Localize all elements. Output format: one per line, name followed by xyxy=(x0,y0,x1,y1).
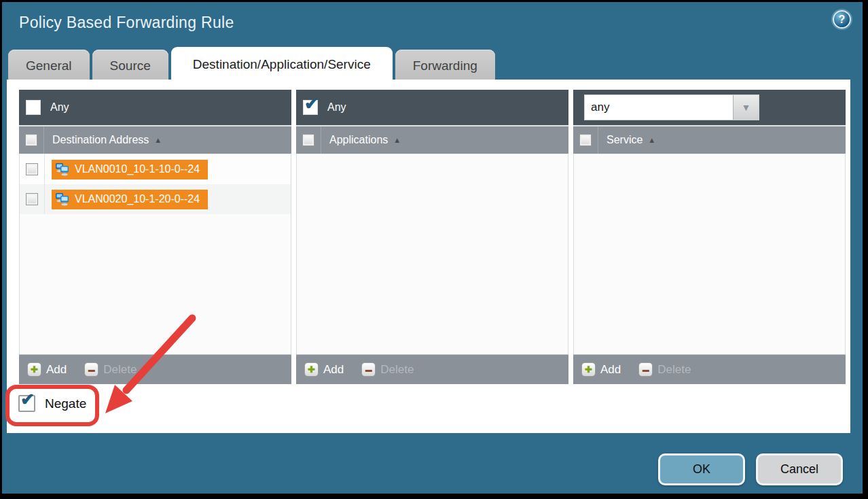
service-select-all-checkbox[interactable] xyxy=(579,134,592,146)
address-object-chip[interactable]: VLAN0020_10-1-20-0--24 xyxy=(52,190,208,209)
applications-any-bar: ✔ Any xyxy=(296,90,568,125)
policy-based-forwarding-dialog: Policy Based Forwarding Rule ? General S… xyxy=(2,2,863,494)
service-dropdown-button[interactable]: ▼ xyxy=(733,95,759,120)
applications-header-row: Applications ▲ xyxy=(296,125,568,154)
applications-column-header[interactable]: Applications ▲ xyxy=(329,134,401,146)
service-list xyxy=(573,154,846,354)
tab-destination-application-service[interactable]: Destination/Application/Service xyxy=(171,47,393,82)
destination-column-header[interactable]: Destination Address ▲ xyxy=(52,134,162,146)
service-dropdown-bar: any ▼ xyxy=(573,90,846,125)
table-row: VLAN0020_10-1-20-0--24 xyxy=(20,184,291,214)
network-icon xyxy=(55,162,70,176)
add-icon: ✚ xyxy=(27,362,41,377)
add-icon: ✚ xyxy=(304,362,319,377)
check-icon: ✔ xyxy=(304,95,319,112)
destination-header-row: Destination Address ▲ xyxy=(19,125,291,154)
service-header-label: Service xyxy=(607,134,643,146)
sort-asc-icon: ▲ xyxy=(154,136,162,144)
negate-checkbox[interactable]: ✔ xyxy=(18,395,35,412)
applications-footer: ✚ Add ▬ Delete xyxy=(296,354,568,384)
destination-column: ✔ Any Destination Address ▲ xyxy=(19,90,291,384)
service-add-button[interactable]: ✚ Add xyxy=(581,362,621,377)
destination-add-button[interactable]: ✚ Add xyxy=(27,362,67,377)
destination-any-checkbox[interactable]: ✔ xyxy=(26,100,41,115)
service-delete-button[interactable]: ▬ Delete xyxy=(638,362,691,377)
service-footer: ✚ Add ▬ Delete xyxy=(573,354,846,384)
add-button-label: Add xyxy=(46,363,67,377)
page-title: Policy Based Forwarding Rule xyxy=(19,14,234,32)
negate-row: ✔ Negate xyxy=(18,395,86,412)
tab-forwarding[interactable]: Forwarding xyxy=(395,50,495,82)
sort-asc-icon: ▲ xyxy=(648,136,655,144)
destination-any-label: Any xyxy=(50,101,69,114)
service-column-header[interactable]: Service ▲ xyxy=(607,134,655,146)
service-header-row: Service ▲ xyxy=(573,125,846,154)
destination-select-all-checkbox[interactable] xyxy=(25,134,37,146)
address-object-label: VLAN0020_10-1-20-0--24 xyxy=(75,193,200,205)
destination-header-label: Destination Address xyxy=(52,134,149,146)
delete-icon: ▬ xyxy=(638,362,653,377)
help-icon[interactable]: ? xyxy=(833,10,851,29)
applications-any-checkbox[interactable]: ✔ xyxy=(303,100,318,115)
network-icon xyxy=(55,192,70,206)
row-checkbox[interactable] xyxy=(26,163,38,175)
applications-list xyxy=(296,154,568,354)
delete-button-label: Delete xyxy=(657,363,691,377)
destination-list: VLAN0010_10-1-10-0--24 xyxy=(19,154,291,354)
service-dropdown-value[interactable]: any xyxy=(585,95,733,120)
tab-bar: General Source Destination/Application/S… xyxy=(8,47,495,82)
applications-delete-button[interactable]: ▬ Delete xyxy=(361,362,414,377)
add-button-label: Add xyxy=(600,363,621,377)
applications-add-button[interactable]: ✚ Add xyxy=(304,362,344,377)
add-icon: ✚ xyxy=(581,362,596,377)
cancel-button[interactable]: Cancel xyxy=(756,453,843,485)
chevron-down-icon: ▼ xyxy=(742,102,751,113)
applications-any-label: Any xyxy=(327,101,346,114)
ok-button[interactable]: OK xyxy=(658,453,745,485)
delete-button-label: Delete xyxy=(103,363,137,377)
applications-column: ✔ Any Applications ▲ ✚ Add xyxy=(296,90,568,384)
table-row: VLAN0010_10-1-10-0--24 xyxy=(20,154,291,184)
applications-select-all-checkbox[interactable] xyxy=(302,134,314,146)
destination-any-bar: ✔ Any xyxy=(19,90,291,125)
add-button-label: Add xyxy=(323,363,344,377)
delete-button-label: Delete xyxy=(380,363,414,377)
service-dropdown[interactable]: any ▼ xyxy=(584,94,759,120)
tab-content-panel: ✔ Any Destination Address ▲ xyxy=(7,80,850,433)
service-column: any ▼ Service ▲ ✚ xyxy=(573,90,846,384)
destination-footer: ✚ Add ▬ Delete xyxy=(19,354,291,384)
address-object-label: VLAN0010_10-1-10-0--24 xyxy=(75,163,200,175)
tab-source[interactable]: Source xyxy=(92,50,168,82)
destination-delete-button[interactable]: ▬ Delete xyxy=(84,362,137,377)
applications-header-label: Applications xyxy=(329,134,388,146)
delete-icon: ▬ xyxy=(84,362,98,377)
tab-general[interactable]: General xyxy=(8,50,90,82)
sort-asc-icon: ▲ xyxy=(393,136,401,144)
check-icon: ✔ xyxy=(20,391,35,408)
address-object-chip[interactable]: VLAN0010_10-1-10-0--24 xyxy=(52,160,208,179)
negate-label: Negate xyxy=(45,396,86,411)
delete-icon: ▬ xyxy=(361,362,376,377)
row-checkbox[interactable] xyxy=(26,193,38,205)
